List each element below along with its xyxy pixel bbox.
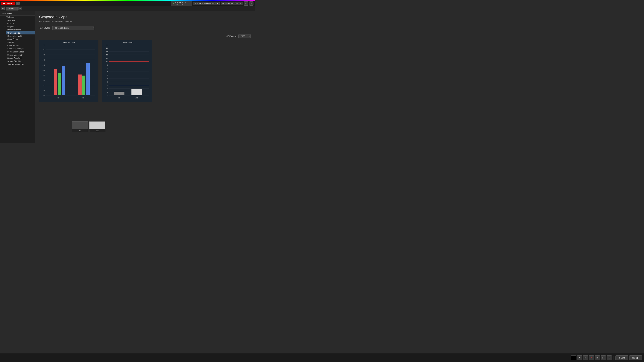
sidebar-toggle-icon: ◀ <box>2 7 4 9</box>
sidebar-item-spectral-power[interactable]: Spectral Power Dist. <box>6 63 35 66</box>
svg-text:10: 10 <box>106 61 108 63</box>
deltae-bar-30 <box>114 92 124 95</box>
rgb-bar-30-green <box>58 73 61 95</box>
main-layout: SDR Toolkit ▼ Welcome Welcome Options ▼ … <box>0 11 255 143</box>
sidebar-item-color-gamut[interactable]: Color Gamut <box>6 37 35 41</box>
svg-text:101: 101 <box>42 64 45 66</box>
sidebar-item-luminance-sweeps[interactable]: Luminance Sweeps <box>6 50 35 53</box>
sidebar-item-grayscale-2pt[interactable]: Grayscale - 2pt <box>6 31 35 34</box>
sidebar: SDR Toolkit ▼ Welcome Welcome Options ▼ … <box>0 11 35 143</box>
deltae-chart-svg: 15 14 13 12 11 10 9 8 7 6 5 4 3 2 1 0 <box>104 44 151 100</box>
svg-text:103: 103 <box>42 54 45 56</box>
calman-diamond-icon <box>3 2 5 4</box>
svg-text:97: 97 <box>44 84 45 86</box>
tab-history1-label: History 1 <box>8 7 16 9</box>
device2-arrow-icon: ▼ <box>217 2 218 4</box>
tab-history1[interactable]: History 1 <box>6 7 18 10</box>
svg-text:96: 96 <box>44 89 45 91</box>
deltae-chart: DeltaE 2000 <box>102 40 152 102</box>
app-name: calman <box>6 2 13 5</box>
sidebar-item-grayscale-multi[interactable]: Grayscale - Multi <box>6 34 35 37</box>
preview-box-30: 30 <box>72 121 88 132</box>
sidebar-item-options[interactable]: Options <box>6 22 35 25</box>
deltae-formula-label: dE Formula: <box>226 35 237 37</box>
welcome-children: Welcome Options <box>3 19 35 25</box>
app-dropdown-button[interactable]: ▼ <box>16 2 20 5</box>
tab-add-icon: + <box>20 7 21 10</box>
settings-button[interactable]: ⚙ <box>244 1 248 5</box>
svg-text:102: 102 <box>42 59 45 61</box>
device1-name: SpectraCal C6 LG G4 OLED <box>175 1 186 5</box>
preview-label-30: 30 <box>72 129 88 132</box>
welcome-expand-icon: ▼ <box>4 16 6 18</box>
tab-add-button[interactable]: + <box>18 7 22 10</box>
rgb-bar-100-red <box>78 74 82 95</box>
svg-text:8: 8 <box>107 67 108 69</box>
svg-text:100: 100 <box>42 69 45 71</box>
sidebar-group-analysis-label: Analysis <box>6 25 14 28</box>
device1-status-indicator <box>172 3 174 4</box>
rgb-bar-30-red <box>54 69 58 95</box>
rgb-bar-30-blue <box>62 66 65 95</box>
sidebar-toggle-button[interactable]: ◀ <box>1 7 4 10</box>
sidebar-item-3d-lut[interactable]: 3D LUT <box>6 41 35 44</box>
rgb-balance-chart: RGB Balance 105 <box>39 40 98 102</box>
svg-text:4: 4 <box>107 81 108 83</box>
svg-text:0: 0 <box>107 95 108 96</box>
deltae-formula-row: dE Formula: 2000 ITP 76 <box>39 34 251 38</box>
svg-text:2: 2 <box>107 88 108 89</box>
preview-swatch-100 <box>90 121 105 129</box>
page-title: Grayscale - 2pt <box>39 15 251 19</box>
sidebar-item-dynamic-range[interactable]: Dynamic Range <box>6 28 35 31</box>
preview-label-100: 100 <box>90 129 105 132</box>
sidebar-item-screen-uniformity[interactable]: Screen Uniformity <box>6 53 35 56</box>
sidebar-item-screen-stability[interactable]: Screen Stability <box>6 60 35 63</box>
test-levels-row: Test Levels: 2 Point 30,100% 2 Point 20,… <box>39 26 251 30</box>
calman-logo[interactable]: calman <box>2 2 15 5</box>
device3-arrow-icon: ▼ <box>240 2 242 4</box>
device3-dropdown[interactable]: Direct Display Control ▼ <box>221 2 243 5</box>
sidebar-item-colorchecker[interactable]: ColorChecker <box>6 44 35 47</box>
tab-bar: ◀ History 1 + <box>0 6 255 11</box>
sidebar-item-welcome[interactable]: Welcome <box>6 19 35 22</box>
svg-text:5: 5 <box>107 78 108 79</box>
charts-area: RGB Balance 105 <box>39 40 251 102</box>
toolbar-right: SpectraCal C6 LG G4 OLED ▼ SpectraCal Vi… <box>171 1 254 6</box>
svg-text:30: 30 <box>118 97 120 99</box>
svg-text:14: 14 <box>106 47 108 49</box>
deltae-formula-select[interactable]: 2000 ITP 76 <box>238 34 251 38</box>
rgb-chart-title: RGB Balance <box>41 41 97 43</box>
device2-dropdown[interactable]: SpectraCal VideoForge Pro ▼ <box>193 2 220 5</box>
preview-box-100: 100 <box>89 121 106 132</box>
sidebar-group-welcome[interactable]: ▼ Welcome <box>3 15 35 19</box>
sidebar-group-welcome-label: Welcome <box>6 16 14 18</box>
svg-text:98: 98 <box>44 79 45 81</box>
svg-text:99: 99 <box>44 74 45 76</box>
rgb-bar-100-blue <box>86 63 90 95</box>
svg-text:13: 13 <box>106 51 108 52</box>
test-levels-select[interactable]: 2 Point 30,100% 2 Point 20,100% 3 Point … <box>52 26 94 30</box>
svg-text:15: 15 <box>106 44 108 46</box>
svg-text:95: 95 <box>44 95 45 96</box>
sidebar-group-analysis[interactable]: ▼ Analysis <box>3 25 35 28</box>
svg-text:9: 9 <box>107 64 108 66</box>
device1-arrow-icon: ▼ <box>189 2 190 4</box>
deltae-chart-title: DeltaE 2000 <box>104 41 151 43</box>
svg-rect-26 <box>109 44 149 95</box>
svg-text:6: 6 <box>107 74 108 76</box>
sidebar-tree: ▼ Welcome Welcome Options ▼ Analysis Dyn… <box>0 15 35 66</box>
preview-strip: 30 100 <box>72 121 106 132</box>
rgb-bar-100-green <box>82 75 86 95</box>
back-arrow-button[interactable]: ← <box>249 1 254 5</box>
deltae-bar-100 <box>132 89 142 95</box>
svg-text:105: 105 <box>42 44 45 46</box>
sidebar-item-screen-angularity[interactable]: Screen Angularity <box>6 56 35 60</box>
svg-text:11: 11 <box>106 57 108 59</box>
device1-dropdown[interactable]: SpectraCal C6 LG G4 OLED ▼ <box>171 1 192 6</box>
page-subtitle: Adjust the gains and cuts for grayscale. <box>39 20 251 22</box>
analysis-children: Dynamic Range Grayscale - 2pt Grayscale … <box>3 28 35 66</box>
rgb-chart-svg: 105 104 103 102 101 100 99 98 97 96 95 3… <box>41 44 97 100</box>
sidebar-item-saturation-sweeps[interactable]: Saturation Sweeps <box>6 47 35 50</box>
svg-text:100: 100 <box>135 97 138 99</box>
svg-text:104: 104 <box>42 49 45 51</box>
